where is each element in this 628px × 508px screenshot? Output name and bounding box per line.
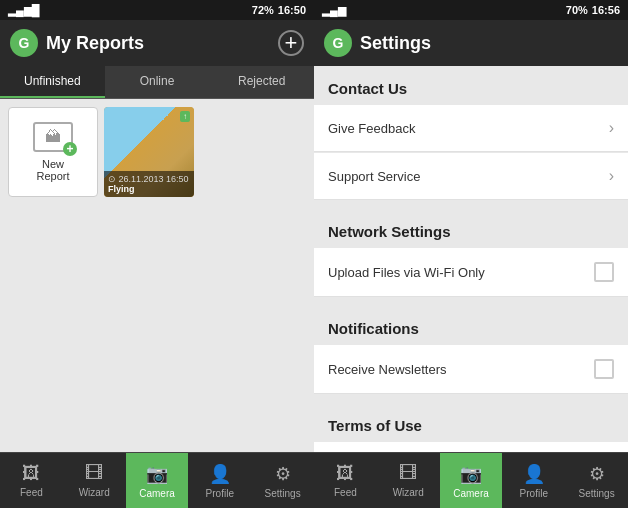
report-name: Flying xyxy=(108,184,190,194)
tabs-bar: Unfinished Online Rejected xyxy=(0,66,314,99)
signal-icon-right: ▂▄▆ xyxy=(322,4,346,17)
report-photo-info: ⊙ 26.11.2013 16:50 Flying xyxy=(104,171,194,197)
nav-feed-label: Feed xyxy=(20,487,43,498)
nav-profile[interactable]: 👤 Profile xyxy=(188,453,251,508)
newsletters-label: Receive Newsletters xyxy=(328,362,447,377)
wizard-icon: 🎞 xyxy=(85,463,103,484)
nav-feed-right[interactable]: 🖼 Feed xyxy=(314,453,377,508)
settings-icon: ⚙ xyxy=(275,463,291,485)
settings-item-license[interactable]: License Agreement › xyxy=(314,442,628,452)
nav-camera[interactable]: 📷 Camera xyxy=(126,453,189,508)
feed-icon-right: 🖼 xyxy=(336,463,354,484)
section-network-settings: Network Settings xyxy=(314,209,628,248)
upload-badge: ↑ xyxy=(180,111,190,122)
chevron-icon-feedback: › xyxy=(609,119,614,137)
reports-grid: + NewReport ↑ ⊙ 26.11.2013 16:50 Flying xyxy=(0,99,314,452)
report-date: ⊙ 26.11.2013 16:50 xyxy=(108,174,190,184)
bottom-nav-left: 🖼 Feed 🎞 Wizard 📷 Camera 👤 Profile ⚙ Set… xyxy=(0,452,314,508)
nav-camera-label-right: Camera xyxy=(453,488,489,499)
battery-text-right: 70% xyxy=(566,4,588,16)
divider-1 xyxy=(314,201,628,209)
tab-unfinished[interactable]: Unfinished xyxy=(0,66,105,98)
status-bar-left: ▂▄▆█ 72% 16:50 xyxy=(0,0,314,20)
settings-item-newsletters[interactable]: Receive Newsletters xyxy=(314,345,628,394)
profile-icon: 👤 xyxy=(209,463,231,485)
new-report-icon: + xyxy=(33,122,73,152)
camera-icon: 📷 xyxy=(146,463,168,485)
nav-feed-label-right: Feed xyxy=(334,487,357,498)
nav-settings[interactable]: ⚙ Settings xyxy=(251,453,314,508)
signal-icon: ▂▄▆█ xyxy=(8,4,40,17)
tab-online[interactable]: Online xyxy=(105,66,210,98)
nav-settings-label: Settings xyxy=(265,488,301,499)
wifi-only-checkbox[interactable] xyxy=(594,262,614,282)
time-display-right: 16:56 xyxy=(592,4,620,16)
new-report-button[interactable]: + NewReport xyxy=(8,107,98,197)
nav-feed[interactable]: 🖼 Feed xyxy=(0,453,63,508)
nav-profile-label-right: Profile xyxy=(520,488,548,499)
bottom-nav-right: 🖼 Feed 🎞 Wizard 📷 Camera 👤 Profile ⚙ Set… xyxy=(314,452,628,508)
time-display: 16:50 xyxy=(278,4,306,16)
tab-rejected[interactable]: Rejected xyxy=(209,66,314,98)
left-panel: ▂▄▆█ 72% 16:50 G My Reports + Unfinished… xyxy=(0,0,314,508)
divider-3 xyxy=(314,395,628,403)
app-logo-right: G xyxy=(324,29,352,57)
top-bar-left: G My Reports + xyxy=(0,20,314,66)
new-report-label: NewReport xyxy=(36,158,69,182)
nav-profile-right[interactable]: 👤 Profile xyxy=(502,453,565,508)
section-contact-us: Contact Us xyxy=(314,66,628,105)
battery-text: 72% xyxy=(252,4,274,16)
section-terms-of-use: Terms of Use xyxy=(314,403,628,442)
nav-wizard-label: Wizard xyxy=(79,487,110,498)
nav-profile-label: Profile xyxy=(206,488,234,499)
settings-item-give-feedback[interactable]: Give Feedback › xyxy=(314,105,628,152)
wifi-only-label: Upload Files via Wi-Fi Only xyxy=(328,265,485,280)
newsletters-checkbox[interactable] xyxy=(594,359,614,379)
right-panel: ▂▄▆ 70% 16:56 G Settings Contact Us Give… xyxy=(314,0,628,508)
page-title-right: Settings xyxy=(360,33,618,54)
profile-icon-right: 👤 xyxy=(523,463,545,485)
nav-camera-label: Camera xyxy=(139,488,175,499)
give-feedback-label: Give Feedback xyxy=(328,121,415,136)
top-bar-right: G Settings xyxy=(314,20,628,66)
page-title-left: My Reports xyxy=(46,33,278,54)
settings-content: Contact Us Give Feedback › Support Servi… xyxy=(314,66,628,452)
status-bar-right: ▂▄▆ 70% 16:56 xyxy=(314,0,628,20)
nav-camera-right[interactable]: 📷 Camera xyxy=(440,453,503,508)
chevron-icon-support: › xyxy=(609,167,614,185)
camera-icon-right: 📷 xyxy=(460,463,482,485)
wizard-icon-right: 🎞 xyxy=(399,463,417,484)
settings-icon-right: ⚙ xyxy=(589,463,605,485)
nav-wizard-right[interactable]: 🎞 Wizard xyxy=(377,453,440,508)
app-logo: G xyxy=(10,29,38,57)
settings-item-wifi-only[interactable]: Upload Files via Wi-Fi Only xyxy=(314,248,628,297)
add-report-button[interactable]: + xyxy=(278,30,304,56)
nav-settings-right[interactable]: ⚙ Settings xyxy=(565,453,628,508)
feed-icon: 🖼 xyxy=(22,463,40,484)
nav-wizard-label-right: Wizard xyxy=(393,487,424,498)
section-notifications: Notifications xyxy=(314,306,628,345)
divider-2 xyxy=(314,298,628,306)
support-service-label: Support Service xyxy=(328,169,421,184)
photo-report-item[interactable]: ↑ ⊙ 26.11.2013 16:50 Flying xyxy=(104,107,194,197)
nav-settings-label-right: Settings xyxy=(579,488,615,499)
plus-badge: + xyxy=(63,142,77,156)
settings-item-support-service[interactable]: Support Service › xyxy=(314,153,628,200)
nav-wizard[interactable]: 🎞 Wizard xyxy=(63,453,126,508)
